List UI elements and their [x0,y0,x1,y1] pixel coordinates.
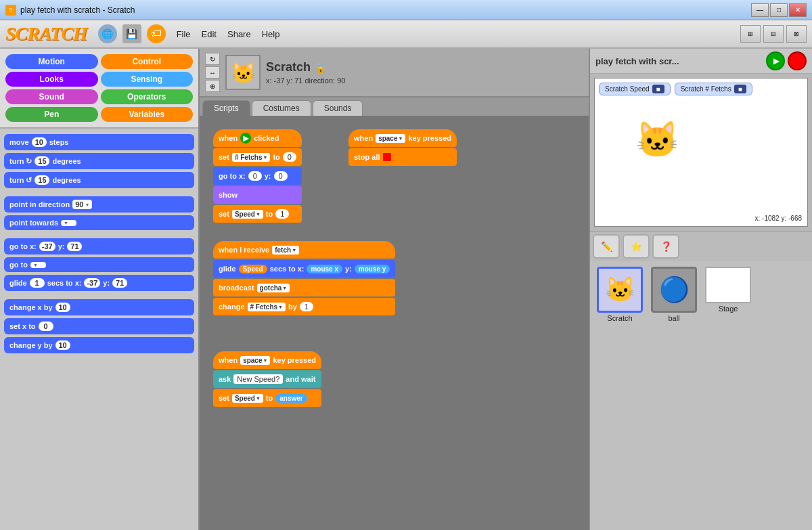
nav-up[interactable]: ↻ [205,53,220,65]
block-goto-origin[interactable]: go to x: 0 y: 0 [213,167,302,185]
blocks-palette: move 10 steps turn ↻ 15 degrees turn ↺ 1… [0,129,198,530]
block-goto-xy[interactable]: go to x: -37 y: 71 [4,238,194,255]
menubar: SCRATCH 🌐 💾 🏷 File Edit Share Help ⊞ ⊟ ⊠ [0,20,812,49]
sprite-name-display: Scratch 🔒 [266,60,345,74]
block-glide[interactable]: glide 1 secs to x: -37 y: 71 [4,275,194,291]
tab-sounds[interactable]: Sounds [313,100,363,116]
sprite-label-scratch: Scratch [607,314,632,322]
block-point-direction[interactable]: point in direction 90 [4,196,194,213]
category-motion[interactable]: Motion [5,54,98,69]
stage-title: play fetch with scr... [595,56,766,66]
sidebar: Motion Control Looks Sensing Sound Opera… [0,49,200,530]
globe-icon[interactable]: 🌐 [98,24,117,43]
block-when-receive-fetch[interactable]: when I receive fetch [213,241,395,259]
sprite-header: ↻ ↔ ⊕ 🐱 Scratch 🔒 x: -37 y: 71 direction… [200,49,589,97]
paint-tab[interactable]: ✏️ [593,234,620,259]
save-icon[interactable]: 💾 [122,24,141,43]
workspace: ↻ ↔ ⊕ 🐱 Scratch 🔒 x: -37 y: 71 direction… [200,49,589,530]
variable-monitors: Scratch Speed ■ Scratch # Fetchs ■ [597,81,754,97]
scripts-area[interactable]: when ▶ clicked set # Fetchs to 0 go to x… [200,116,589,530]
window-title: play fetch with scratch - Scratch [20,5,751,15]
block-when-space-pressed-2[interactable]: when space key pressed [213,351,321,369]
script-group-3: when I receive fetch glide Speed secs to… [213,241,395,317]
main-area: Motion Control Looks Sensing Sound Opera… [0,49,812,530]
script-tabs: Scripts Costumes Sounds [200,97,589,116]
menu-edit[interactable]: Edit [202,29,217,39]
menu-help[interactable]: Help [262,29,280,39]
menu-share[interactable]: Share [227,29,251,39]
sprite-tile-stage[interactable]: Stage [704,267,752,322]
sprite-tile-scratch[interactable]: 🐱 Scratch [595,267,644,322]
sprite-coords: x: -37 y: 71 direction: 90 [266,76,345,85]
view-btn-3[interactable]: ⊠ [786,25,807,43]
block-set-speed[interactable]: set Speed to 1 [213,205,302,223]
category-buttons: Motion Control Looks Sensing Sound Opera… [0,49,198,129]
stage-area[interactable]: Scratch Speed ■ Scratch # Fetchs ■ 🐱 x: … [594,78,808,227]
tips-icon[interactable]: 🏷 [147,24,166,43]
view-controls: ⊞ ⊟ ⊠ [740,25,807,43]
category-operators[interactable]: Operators [101,89,194,104]
menu-file[interactable]: File [177,29,191,39]
close-button[interactable]: ✕ [789,3,807,17]
block-set-speed-answer[interactable]: set Speed to answer [213,389,321,407]
block-stop-all[interactable]: stop all [348,148,457,166]
sprite-label-ball: ball [668,314,679,322]
sprite-img-scratch[interactable]: 🐱 [597,267,643,313]
sprite-img-ball[interactable]: 🔵 [651,267,697,313]
sprite-tile-ball[interactable]: 🔵 ball [650,267,698,322]
block-when-flag-clicked[interactable]: when ▶ clicked [213,129,302,147]
category-sensing[interactable]: Sensing [101,72,194,87]
block-set-x[interactable]: set x to 0 [4,318,194,334]
script-group-2: when space key pressed stop all [348,129,457,167]
block-glide-speed[interactable]: glide Speed secs to x: mouse x y: mouse … [213,260,395,278]
block-ask-speed[interactable]: ask New Speed? and wait [213,370,321,388]
var-fetches: Scratch # Fetchs ■ [675,83,752,95]
sprite-info: Scratch 🔒 x: -37 y: 71 direction: 90 [266,60,345,85]
right-panel: play fetch with scr... Scratch Speed ■ S… [589,49,812,530]
stage-img[interactable] [705,267,751,303]
view-btn-2[interactable]: ⊟ [763,25,784,43]
block-change-x[interactable]: change x by 10 [4,299,194,315]
view-btn-1[interactable]: ⊞ [740,25,761,43]
nav-zoom[interactable]: ⊕ [205,80,220,92]
stage-action-tabs: ✏️ ⭐ ❓ [590,231,812,261]
stage-controls [766,51,807,70]
stage-coords: x: -1082 y: -668 [752,213,805,223]
block-turn-cw[interactable]: turn ↻ 15 degrees [4,153,194,169]
star-tab[interactable]: ⭐ [623,234,650,259]
stage-header: play fetch with scr... [590,49,812,74]
block-set-fetches[interactable]: set # Fetchs to 0 [213,148,302,166]
tab-costumes[interactable]: Costumes [252,100,311,116]
minimize-button[interactable]: — [751,3,769,17]
block-point-towards[interactable]: point towards [4,215,194,230]
category-variables[interactable]: Variables [101,107,194,122]
titlebar: S play fetch with scratch - Scratch — □ … [0,0,812,20]
var-speed: Scratch Speed ■ [599,83,671,95]
scratch-logo: SCRATCH [5,23,87,45]
block-when-space-pressed-1[interactable]: when space key pressed [348,129,457,147]
menu-items: File Edit Share Help [177,29,280,39]
script-group-4: when space key pressed ask New Speed? an… [213,351,321,408]
nav-left-right[interactable]: ↔ [205,66,220,79]
help-tab[interactable]: ❓ [652,234,679,259]
sprite-thumbnail: 🐱 [225,55,261,90]
category-looks[interactable]: Looks [5,72,98,87]
category-control[interactable]: Control [101,54,194,69]
maximize-button[interactable]: □ [770,3,788,17]
sprite-nav: ↻ ↔ ⊕ [205,53,220,92]
block-turn-ccw[interactable]: turn ↺ 15 degrees [4,172,194,188]
block-show[interactable]: show [213,186,302,204]
category-pen[interactable]: Pen [5,107,98,122]
sprites-list: 🐱 Scratch 🔵 ball Stage [590,261,812,530]
block-goto[interactable]: go to [4,257,194,272]
tab-scripts[interactable]: Scripts [202,100,250,116]
stop-button[interactable] [788,51,807,70]
block-move[interactable]: move 10 steps [4,134,194,150]
green-flag-button[interactable] [766,51,785,70]
app-icon: S [5,5,16,16]
lock-icon[interactable]: 🔒 [315,62,326,73]
block-change-y[interactable]: change y by 10 [4,337,194,353]
block-broadcast-gotcha[interactable]: broadcast gotcha [213,279,395,296]
block-change-fetches[interactable]: change # Fetchs by 1 [213,298,395,315]
category-sound[interactable]: Sound [5,89,98,104]
